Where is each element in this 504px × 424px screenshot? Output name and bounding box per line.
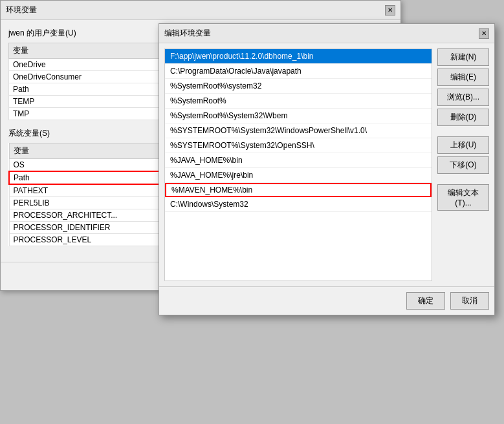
- edit-button[interactable]: 编辑(E): [437, 69, 489, 86]
- path-list-item[interactable]: %JAVA_HOME%\jre\bin: [165, 168, 432, 183]
- move-down-button[interactable]: 下移(O): [437, 156, 489, 174]
- path-list-item[interactable]: F:\app\jwen\product\11.2.0\dbhome_1\bin: [165, 49, 432, 64]
- edit-dialog-close-button[interactable]: ✕: [479, 28, 489, 39]
- edit-dialog-bottom-buttons: 确定 取消: [159, 286, 494, 315]
- path-list-item[interactable]: %SYSTEMROOT%\System32\OpenSSH\: [165, 138, 432, 153]
- path-list-item[interactable]: C:\ProgramData\Oracle\Java\javapath: [165, 64, 432, 79]
- edit-dialog-content: F:\app\jwen\product\11.2.0\dbhome_1\binC…: [159, 43, 494, 286]
- edit-dialog-title: 编辑环境变量: [164, 28, 211, 39]
- path-list[interactable]: F:\app\jwen\product\11.2.0\dbhome_1\binC…: [164, 48, 432, 281]
- path-list-item[interactable]: %JAVA_HOME%\bin: [165, 153, 432, 168]
- env-dialog-titlebar: 环境变量 ✕: [1, 1, 400, 20]
- path-list-item[interactable]: %SYSTEMROOT%\System32\WindowsPowerShell\…: [165, 123, 432, 138]
- edit-dialog: 编辑环境变量 ✕ F:\app\jwen\product\11.2.0\dbho…: [159, 23, 495, 315]
- new-button[interactable]: 新建(N): [437, 48, 489, 66]
- edit-text-button[interactable]: 编辑文本(T)...: [437, 184, 489, 211]
- env-dialog-title: 环境变量: [6, 5, 37, 16]
- edit-dialog-buttons: 新建(N) 编辑(E) 浏览(B)... 删除(D) 上移(U) 下移(O) 编…: [437, 48, 489, 281]
- path-list-item[interactable]: %SystemRoot%\System32\Wbem: [165, 109, 432, 123]
- path-list-item[interactable]: C:\Windows\System32: [165, 197, 432, 212]
- path-list-item[interactable]: %SystemRoot%\system32: [165, 79, 432, 94]
- path-list-item[interactable]: %SystemRoot%: [165, 94, 432, 109]
- browse-button[interactable]: 浏览(B)...: [437, 89, 489, 106]
- edit-dialog-titlebar: 编辑环境变量 ✕: [159, 24, 494, 43]
- delete-button[interactable]: 删除(D): [437, 109, 489, 126]
- env-dialog-close-button[interactable]: ✕: [385, 5, 395, 16]
- path-list-item[interactable]: %MAVEN_HOME%\bin: [165, 183, 432, 197]
- move-up-button[interactable]: 上移(U): [437, 136, 489, 154]
- edit-cancel-button[interactable]: 取消: [450, 292, 489, 310]
- edit-confirm-button[interactable]: 确定: [406, 292, 445, 310]
